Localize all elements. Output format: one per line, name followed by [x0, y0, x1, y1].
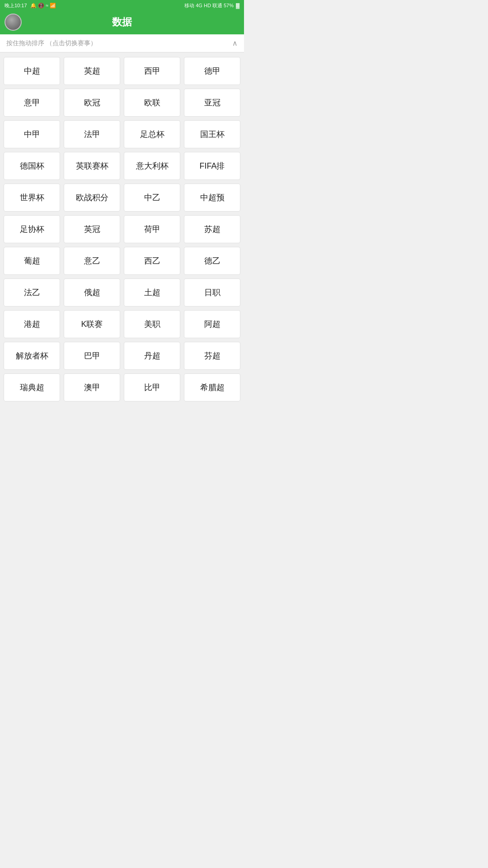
league-grid-item[interactable]: 葡超	[4, 247, 60, 275]
league-grid-item[interactable]: 意甲	[4, 89, 60, 117]
league-grid-item[interactable]: 俄超	[64, 278, 120, 307]
league-grid-item[interactable]: 德国杯	[4, 152, 60, 180]
status-bar: 晚上10:17 🔔 📵 ≈ 📶 移动 4G HD 联通 57% ▓	[0, 0, 244, 11]
page-title: 数据	[112, 15, 132, 29]
league-grid-item[interactable]: 港超	[4, 310, 60, 338]
league-grid-item[interactable]: 苏超	[184, 215, 240, 243]
toolbar-label: 按住拖动排序 （点击切换赛事）	[6, 39, 97, 47]
league-grid-item[interactable]: 足协杯	[4, 215, 60, 243]
league-grid-item[interactable]: 德甲	[184, 57, 240, 85]
league-grid-item[interactable]: 日职	[184, 278, 240, 307]
league-grid-item[interactable]: 丹超	[124, 342, 180, 370]
league-grid-item[interactable]: 欧战积分	[64, 184, 120, 212]
toolbar: 按住拖动排序 （点击切换赛事） ∧	[0, 34, 244, 52]
league-grid-item[interactable]: 芬超	[184, 342, 240, 370]
league-grid: 中超英超西甲德甲意甲欧冠欧联亚冠中甲法甲足总杯国王杯德国杯英联赛杯意大利杯FIF…	[4, 57, 240, 401]
league-grid-item[interactable]: 解放者杯	[4, 342, 60, 370]
toolbar-main-label: 按住拖动排序	[6, 39, 44, 47]
league-grid-item[interactable]: 西甲	[124, 57, 180, 85]
league-grid-container: 中超英超西甲德甲意甲欧冠欧联亚冠中甲法甲足总杯国王杯德国杯英联赛杯意大利杯FIF…	[0, 52, 244, 406]
league-grid-item[interactable]: 德乙	[184, 247, 240, 275]
league-grid-item[interactable]: 亚冠	[184, 89, 240, 117]
league-grid-item[interactable]: 意乙	[64, 247, 120, 275]
league-grid-item[interactable]: 法甲	[64, 120, 120, 148]
league-grid-item[interactable]: 法乙	[4, 278, 60, 307]
battery-icon: ▓	[236, 3, 239, 8]
league-grid-item[interactable]: 中乙	[124, 184, 180, 212]
avatar[interactable]	[5, 14, 22, 31]
league-grid-item[interactable]: K联赛	[64, 310, 120, 338]
league-grid-item[interactable]: 中超	[4, 57, 60, 85]
league-grid-item[interactable]: 足总杯	[124, 120, 180, 148]
toolbar-sub-label: （点击切换赛事）	[46, 39, 97, 47]
league-grid-item[interactable]: 巴甲	[64, 342, 120, 370]
status-right: 移动 4G HD 联通 57% ▓	[184, 2, 239, 9]
league-grid-item[interactable]: 中甲	[4, 120, 60, 148]
app-header: 数据	[0, 11, 244, 34]
league-grid-item[interactable]: 世界杯	[4, 184, 60, 212]
league-grid-item[interactable]: 希腊超	[184, 373, 240, 401]
league-grid-item[interactable]: 欧冠	[64, 89, 120, 117]
league-grid-item[interactable]: 欧联	[124, 89, 180, 117]
league-grid-item[interactable]: 澳甲	[64, 373, 120, 401]
league-grid-item[interactable]: 阿超	[184, 310, 240, 338]
league-grid-item[interactable]: 中超预	[184, 184, 240, 212]
league-grid-item[interactable]: 国王杯	[184, 120, 240, 148]
league-grid-item[interactable]: 英联赛杯	[64, 152, 120, 180]
league-grid-item[interactable]: 英超	[64, 57, 120, 85]
league-grid-item[interactable]: 比甲	[124, 373, 180, 401]
league-grid-item[interactable]: FIFA排	[184, 152, 240, 180]
league-grid-item[interactable]: 西乙	[124, 247, 180, 275]
league-grid-item[interactable]: 美职	[124, 310, 180, 338]
league-grid-item[interactable]: 意大利杯	[124, 152, 180, 180]
collapse-chevron-icon[interactable]: ∧	[232, 39, 238, 47]
league-grid-item[interactable]: 英冠	[64, 215, 120, 243]
league-grid-item[interactable]: 荷甲	[124, 215, 180, 243]
league-grid-item[interactable]: 土超	[124, 278, 180, 307]
notification-icons: 🔔 📵 ≈ 📶	[30, 3, 56, 9]
status-time: 晚上10:17 🔔 📵 ≈ 📶	[5, 2, 56, 9]
league-grid-item[interactable]: 瑞典超	[4, 373, 60, 401]
